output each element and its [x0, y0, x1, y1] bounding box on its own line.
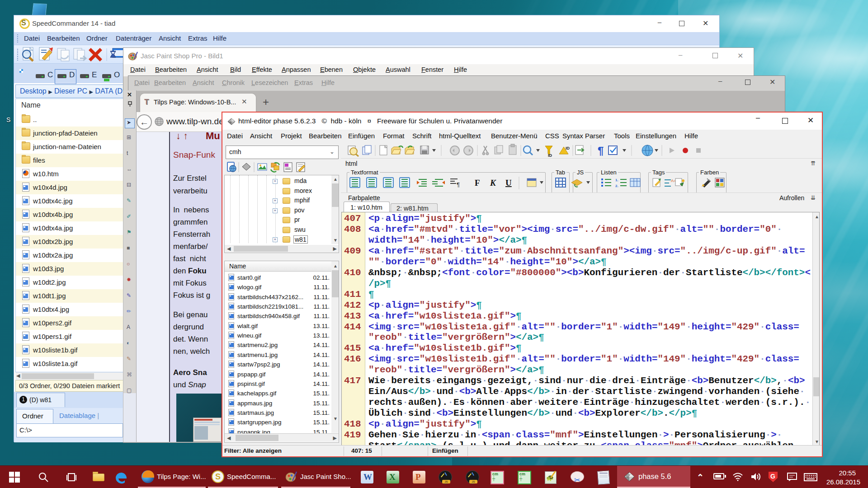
svg-text:¶: ¶	[457, 181, 460, 188]
svg-text:¶: ¶	[598, 145, 604, 157]
svg-text:2.: 2.	[615, 184, 618, 188]
svg-text:K: K	[490, 178, 496, 188]
svg-text:ID: ID	[548, 153, 552, 158]
svg-text:U: U	[505, 178, 512, 188]
svg-text:1.: 1.	[615, 178, 618, 182]
svg-text:ID: ID	[566, 146, 570, 150]
svg-text:F: F	[475, 178, 480, 188]
